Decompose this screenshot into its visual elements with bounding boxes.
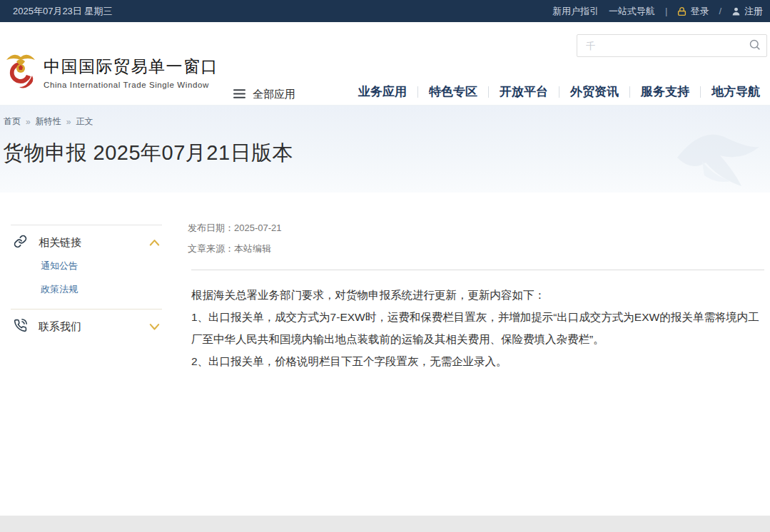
login-label: 登录 <box>690 5 709 18</box>
content-area: 相关链接 通知公告 政策法规 联系我们 发布日期：2025-07-21 文章来源… <box>0 193 770 516</box>
paragraph: 1、出口报关单，成交方式为7-EXW时，运费和保费栏目置灰，并增加提示“出口成交… <box>191 306 764 350</box>
new-user-guide-link[interactable]: 新用户指引 <box>552 5 599 18</box>
search-button[interactable] <box>742 35 766 56</box>
source-label: 文章来源： <box>188 243 234 254</box>
watermark-bird-icon <box>634 118 763 193</box>
link-icon <box>14 235 27 251</box>
nav-item-open-platform[interactable]: 开放平台 <box>500 83 548 100</box>
menu-icon <box>233 88 246 101</box>
one-stop-nav-link[interactable]: 一站式导航 <box>609 5 655 18</box>
register-button[interactable]: 注册 <box>731 5 763 18</box>
login-button[interactable]: 登录 <box>677 5 709 18</box>
chevron-down-icon <box>148 321 161 334</box>
logo-title: 中国国际贸易单一窗口 <box>44 56 218 78</box>
sidebar-link-notices[interactable]: 通知公告 <box>41 260 162 272</box>
nav-item-local-nav[interactable]: 地方导航 <box>711 83 760 100</box>
related-links-label: 相关链接 <box>39 236 148 250</box>
sidebar-section-contact-us: 联系我们 <box>11 309 162 342</box>
logo[interactable]: 中国国际贸易单一窗口 China International Trade Sin… <box>4 50 218 94</box>
related-links-header[interactable]: 相关链接 <box>11 225 162 258</box>
topbar-links: 新用户指引 一站式导航 | 登录 / 注册 <box>552 5 763 18</box>
breadcrumb-separator: » <box>26 117 31 127</box>
paragraph: 2、出口报关单，价格说明栏目下五个字段置灰，无需企业录入。 <box>191 350 764 372</box>
breadcrumb-home[interactable]: 首页 <box>4 116 21 128</box>
nav-divider <box>417 86 418 98</box>
article-meta: 发布日期：2025-07-21 文章来源：本站编辑 <box>188 193 764 255</box>
nav-item-service-support[interactable]: 服务支持 <box>641 83 689 100</box>
logo-icon <box>4 50 38 94</box>
current-date: 2025年07月23日 星期三 <box>13 5 112 18</box>
nav-item-trade-news[interactable]: 外贸资讯 <box>570 83 619 100</box>
sidebar: 相关链接 通知公告 政策法规 联系我们 <box>11 225 162 342</box>
sidebar-link-policies[interactable]: 政策法规 <box>41 283 162 296</box>
logo-subtitle: China International Trade Single Window <box>44 81 218 89</box>
publish-date-label: 发布日期： <box>188 222 234 233</box>
publish-date-row: 发布日期：2025-07-21 <box>188 222 764 235</box>
paragraph: 根据海关总署业务部门要求，对货物申报系统进行更新，更新内容如下： <box>191 284 764 306</box>
nav-divider <box>488 86 489 98</box>
logo-text: 中国国际贸易单一窗口 China International Trade Sin… <box>44 56 218 89</box>
title-band: 首页 » 新特性 » 正文 货物申报 2025年07月21日版本 <box>0 106 770 193</box>
contact-us-header[interactable]: 联系我们 <box>11 310 162 342</box>
breadcrumb-new-features[interactable]: 新特性 <box>36 116 61 128</box>
phone-icon <box>14 319 27 335</box>
all-apps-button[interactable]: 全部应用 <box>228 85 300 104</box>
site-header: 中国国际贸易单一窗口 China International Trade Sin… <box>0 22 770 106</box>
related-links-list: 通知公告 政策法规 <box>11 258 162 309</box>
source-row: 文章来源：本站编辑 <box>188 242 764 255</box>
search-icon <box>749 39 761 53</box>
user-icon <box>731 6 741 16</box>
chevron-up-icon <box>148 237 161 250</box>
all-apps-label: 全部应用 <box>253 88 295 101</box>
footer-strip <box>0 516 770 532</box>
source-value: 本站编辑 <box>234 243 271 254</box>
auth-slash: / <box>719 6 721 16</box>
main-nav: 业务应用 特色专区 开放平台 外贸资讯 服务支持 地方导航 <box>358 83 760 100</box>
publish-date-value: 2025-07-21 <box>234 222 282 233</box>
contact-us-label: 联系我们 <box>39 320 148 334</box>
sidebar-section-related-links: 相关链接 通知公告 政策法规 <box>11 225 162 309</box>
nav-item-special-zones[interactable]: 特色专区 <box>429 83 477 100</box>
nav-item-business-apps[interactable]: 业务应用 <box>358 83 407 100</box>
article: 发布日期：2025-07-21 文章来源：本站编辑 根据海关总署业务部门要求，对… <box>188 193 764 372</box>
lock-icon <box>677 6 687 16</box>
topbar-separator: | <box>665 6 667 16</box>
breadcrumb-current: 正文 <box>76 116 93 128</box>
article-body: 根据海关总署业务部门要求，对货物申报系统进行更新，更新内容如下： 1、出口报关单… <box>188 284 764 372</box>
search-box <box>577 34 767 57</box>
search-input[interactable] <box>577 35 742 56</box>
register-label: 注册 <box>744 5 763 18</box>
article-divider <box>191 270 764 270</box>
topbar: 2025年07月23日 星期三 新用户指引 一站式导航 | 登录 / 注册 <box>0 0 770 22</box>
breadcrumb-separator: » <box>66 117 71 127</box>
nav-divider <box>629 86 630 98</box>
nav-divider <box>700 86 701 98</box>
nav-divider <box>559 86 559 98</box>
